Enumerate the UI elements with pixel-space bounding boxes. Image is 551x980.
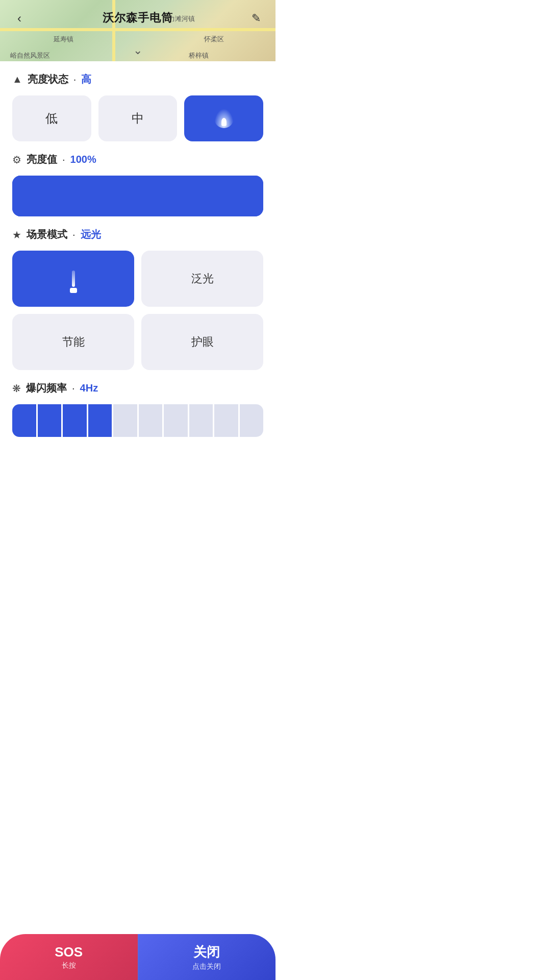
brightness-state-label: 亮度状态 (28, 72, 68, 86)
brightness-slider[interactable] (12, 176, 263, 216)
flash-freq-value: 4Hz (80, 382, 98, 394)
brightness-slider-bar[interactable] (12, 176, 263, 216)
scene-mode-label: 场景模式 (27, 228, 67, 241)
title-bar: ‹ 沃尔森手电筒 ✎ (0, 0, 276, 36)
scene-flood-label: 泛光 (191, 271, 214, 286)
scene-far-button[interactable] (12, 251, 134, 307)
flash-freq-slider[interactable] (12, 404, 263, 437)
freq-cell-1[interactable] (12, 404, 36, 437)
flash-freq-header: ❋ 爆闪频率 · 4Hz (12, 381, 263, 395)
flashlight-far-icon (63, 264, 84, 293)
map-label-峪自然风景区: 峪自然风景区 (10, 51, 50, 60)
brightness-value-section: ⚙ 亮度值 · 100% (12, 141, 263, 216)
scene-eco-label: 节能 (62, 334, 85, 350)
flashlight-glow (214, 109, 234, 128)
brightness-value-header: ⚙ 亮度值 · 100% (12, 153, 263, 166)
edit-icon: ✎ (252, 12, 261, 25)
scene-buttons: 泛光 节能 护眼 (12, 251, 263, 370)
flash-freq-dot: · (72, 382, 75, 394)
far-beam (72, 271, 75, 287)
freq-cell-10[interactable] (240, 404, 264, 437)
brightness-state-header: ▲ 亮度状态 · 高 (12, 72, 263, 86)
brightness-state-section: ▲ 亮度状态 · 高 低 中 (12, 61, 263, 141)
bottom-spacer (12, 437, 263, 488)
main-content: ▲ 亮度状态 · 高 低 中 ⚙ 亮度值 · 100% (0, 61, 276, 498)
map-label-桥梓镇: 桥梓镇 (189, 51, 209, 60)
flashlight-high-icon (213, 107, 235, 130)
freq-cell-6[interactable] (139, 404, 163, 437)
brightness-slider-fill (12, 176, 263, 216)
scene-eye-button[interactable]: 护眼 (141, 314, 263, 370)
freq-cell-4[interactable] (88, 404, 112, 437)
brightness-state-icon: ▲ (12, 74, 22, 85)
brightness-high-button[interactable] (184, 95, 263, 141)
back-icon: ‹ (17, 11, 21, 26)
scene-mode-section: ★ 场景模式 · 远光 泛光 节能 护眼 (12, 216, 263, 370)
map-header: 延寿镇 怀柔区 桥梓镇 力滩河镇 峪自然风景区 ‹ 沃尔森手电筒 ✎ ⌄ (0, 0, 276, 61)
freq-cell-3[interactable] (63, 404, 87, 437)
scene-eye-label: 护眼 (191, 334, 214, 350)
scene-mode-value: 远光 (81, 228, 101, 241)
scene-mode-icon: ★ (12, 229, 21, 241)
flash-freq-section: ❋ 爆闪频率 · 4Hz (12, 370, 263, 437)
scene-flood-button[interactable]: 泛光 (141, 251, 263, 307)
edit-button[interactable]: ✎ (247, 9, 265, 28)
page-title: 沃尔森手电筒 (103, 10, 173, 26)
brightness-state-dot: · (73, 74, 77, 85)
scene-mode-dot: · (72, 229, 76, 240)
brightness-value-label: 亮度值 (27, 153, 57, 166)
freq-cell-8[interactable] (189, 404, 213, 437)
freq-cell-2[interactable] (38, 404, 62, 437)
freq-cell-9[interactable] (214, 404, 238, 437)
brightness-mid-button[interactable]: 中 (98, 95, 178, 141)
flash-freq-icon: ❋ (12, 382, 21, 395)
brightness-state-value: 高 (81, 72, 91, 86)
brightness-buttons: 低 中 (12, 95, 263, 141)
far-base (70, 288, 77, 293)
map-label-延寿镇: 延寿镇 (54, 35, 73, 44)
back-button[interactable]: ‹ (10, 9, 29, 28)
brightness-value-percent: 100% (70, 154, 96, 165)
freq-cell-5[interactable] (113, 404, 137, 437)
brightness-value-dot: · (62, 154, 65, 165)
brightness-low-button[interactable]: 低 (12, 95, 91, 141)
chevron-down-icon[interactable]: ⌄ (133, 44, 142, 57)
freq-cell-7[interactable] (164, 404, 188, 437)
scene-eco-button[interactable]: 节能 (12, 314, 134, 370)
flash-freq-label: 爆闪频率 (26, 381, 67, 395)
map-label-怀柔区: 怀柔区 (204, 35, 224, 44)
brightness-value-icon: ⚙ (12, 154, 21, 166)
scene-mode-header: ★ 场景模式 · 远光 (12, 228, 263, 241)
